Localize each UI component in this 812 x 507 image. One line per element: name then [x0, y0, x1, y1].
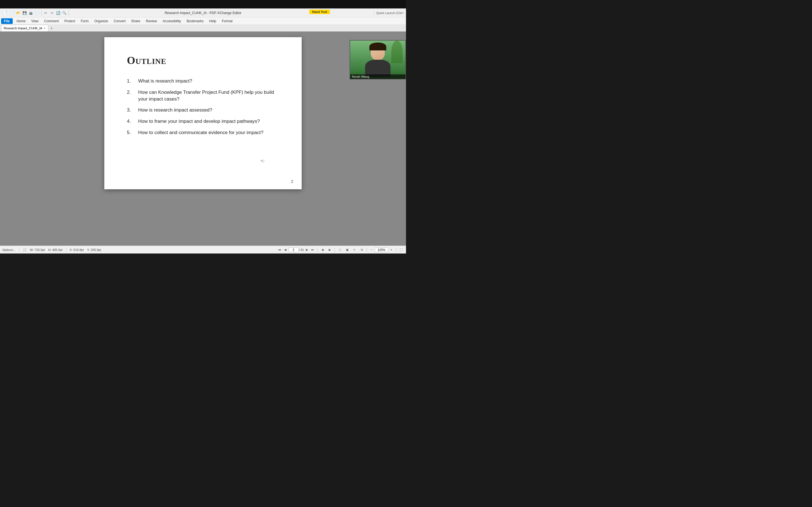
undo-btn[interactable]: ↩ [43, 10, 49, 16]
list-item: 4. How to frame your impact and develop … [127, 118, 279, 125]
next-page-btn[interactable]: ▶ [305, 247, 310, 252]
single-page-btn[interactable]: ⬜ [337, 247, 342, 252]
save-btn[interactable]: 💾 [22, 10, 28, 16]
menu-comment[interactable]: Comment [41, 18, 61, 24]
dimension-h: H: 405.0pt [48, 248, 63, 251]
new-file-btn[interactable]: 📄 [9, 10, 15, 16]
options-btn[interactable]: Options... [2, 248, 15, 251]
list-text-2: How can Knowledge Transfer Project Fund … [138, 89, 279, 103]
separator-v5 [366, 247, 367, 252]
first-page-btn[interactable]: ⏮ [277, 247, 282, 252]
video-feed [350, 41, 405, 79]
scroll-right-btn[interactable]: ▶ [327, 247, 333, 252]
print-btn[interactable]: 🖨️ [28, 10, 34, 16]
list-text-5: How to collect and communicate evidence … [138, 129, 263, 136]
menu-review[interactable]: Review [143, 18, 160, 24]
person-body [365, 60, 391, 76]
pdf-page-number: 2 [291, 179, 293, 184]
pdf-slide-title: Outline [127, 54, 279, 66]
list-item: 5. How to collect and communicate eviden… [127, 129, 279, 136]
list-num-3: 3. [127, 107, 135, 114]
separator-v4 [335, 247, 335, 252]
menu-share[interactable]: Share [128, 18, 143, 24]
add-tab-btn[interactable]: + [49, 25, 54, 31]
status-bar: Options... ⬜ W: 720.0pt H: 405.0pt X: 51… [0, 245, 406, 253]
current-page-input[interactable] [289, 247, 299, 252]
menu-help[interactable]: Help [206, 18, 219, 24]
menu-file[interactable]: File [1, 18, 13, 24]
two-page-btn[interactable]: ▣ [345, 247, 350, 252]
list-num-5: 5. [127, 129, 135, 136]
page-size-icon: ⬜ [22, 248, 27, 251]
zoom-in-btn[interactable]: + [389, 247, 394, 252]
list-item: 2. How can Knowledge Transfer Project Fu… [127, 89, 279, 103]
open-file-btn[interactable]: 📂 [15, 10, 21, 16]
hair [369, 43, 386, 50]
video-name-tag: Norah Wang [350, 74, 405, 79]
zoom-control: − + [369, 247, 394, 252]
list-text-1: What is research impact? [138, 78, 192, 84]
coords-y: Y: 205.9pt [87, 248, 101, 251]
list-num-1: 1. [127, 78, 135, 84]
separator-v3 [317, 247, 318, 252]
tab-close-btn[interactable]: ✕ [43, 27, 46, 30]
top-bar [0, 0, 406, 8]
zoom-input[interactable] [375, 247, 388, 252]
prev-page-btn[interactable]: ◀ [283, 247, 288, 252]
document-tab[interactable]: Research Impact_CUHK_IA ✕ [1, 25, 48, 31]
coords-x: X: 519.8pt [70, 248, 84, 251]
quick-launch[interactable]: Quick Launch (Ctrl+ [373, 11, 406, 15]
menu-home[interactable]: Home [14, 18, 29, 24]
status-bar-right: ⏮ ◀ / 41 ▶ ⏭ ◀ ▶ ⬜ ▣ ≡ ⧉ − + ⛶ [277, 247, 404, 252]
menu-protect[interactable]: Protect [62, 18, 78, 24]
list-num-2: 2. [127, 89, 135, 103]
menu-view[interactable]: View [29, 18, 42, 24]
list-item: 1. What is research impact? [127, 78, 279, 84]
menu-bookmarks[interactable]: Bookmarks [184, 18, 206, 24]
pdf-page: Outline 1. What is research impact? 2. H… [104, 37, 302, 189]
video-overlay: Norah Wang [350, 40, 406, 79]
list-text-4: How to frame your impact and develop imp… [138, 118, 260, 125]
menu-organize[interactable]: Organize [92, 18, 111, 24]
person-head [371, 45, 385, 60]
tab-label: Research Impact_CUHK_IA [4, 26, 42, 30]
menu-format[interactable]: Format [219, 18, 236, 24]
tab-bar: Research Impact_CUHK_IA ✕ + [0, 25, 406, 32]
facing-page-btn[interactable]: ⧉ [359, 247, 364, 252]
menu-bar: File Home View Comment Protect Form Orga… [0, 17, 406, 25]
pdf-outline-list: 1. What is research impact? 2. How can K… [127, 78, 279, 136]
app-icon: 📄 [2, 10, 8, 15]
menu-convert[interactable]: Convert [111, 18, 128, 24]
refresh-btn[interactable]: 🔄 [55, 10, 61, 16]
page-separator: / [299, 248, 300, 251]
fit-page-btn[interactable]: ⛶ [399, 247, 404, 252]
dimension-w: W: 720.0pt [30, 248, 45, 251]
hand-tool-badge[interactable]: Hand Tool [309, 10, 330, 14]
total-pages: 41 [301, 248, 304, 251]
main-area: Outline 1. What is research impact? 2. H… [0, 32, 406, 253]
menu-accessibility[interactable]: Accessibility [160, 18, 184, 24]
pdf-area[interactable]: Outline 1. What is research impact? 2. H… [0, 32, 406, 253]
last-page-btn[interactable]: ⏭ [310, 247, 315, 252]
email-btn[interactable]: ✉️ [34, 10, 40, 16]
page-navigation: ⏮ ◀ / 41 ▶ ⏭ [277, 247, 315, 252]
redo-btn[interactable]: ↪ [49, 10, 55, 16]
zoom-btn[interactable]: 🔍 [61, 10, 67, 16]
window-title: Research Impact_CUHK_IA - PDF-XChange Ed… [165, 11, 241, 15]
list-text-3: How is research impact assessed? [138, 107, 212, 114]
zoom-out-btn[interactable]: − [369, 247, 374, 252]
menu-form[interactable]: Form [78, 18, 92, 24]
scroll-page-btn[interactable]: ≡ [352, 247, 357, 252]
list-num-4: 4. [127, 118, 135, 125]
toolbar-icons-row: 📄 📄 📂 💾 🖨️ ✉️ ↩ ↪ 🔄 🔍 Research Impact_CU… [0, 8, 406, 17]
list-item: 3. How is research impact assessed? [127, 107, 279, 114]
scroll-left-btn[interactable]: ◀ [320, 247, 325, 252]
plant-decoration [391, 41, 403, 63]
separator-v [19, 247, 19, 252]
